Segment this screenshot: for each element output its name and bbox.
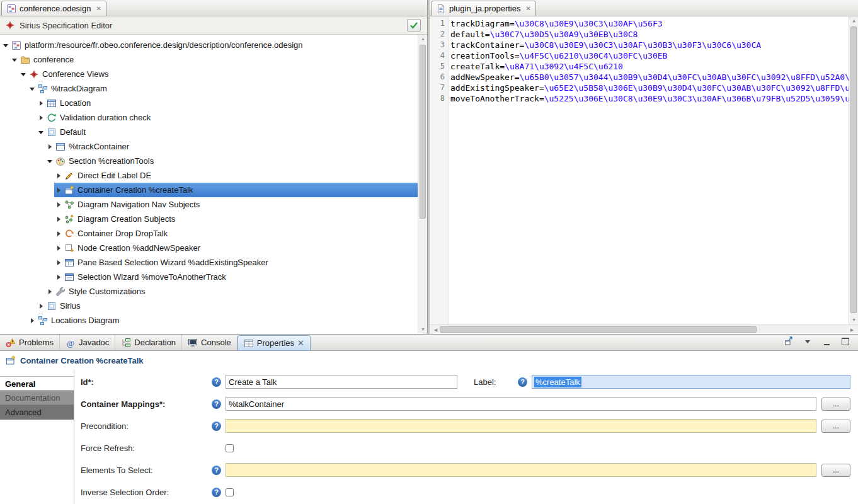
- collapse-arrow-icon[interactable]: [10, 55, 20, 65]
- id-input[interactable]: [226, 375, 457, 389]
- label-input[interactable]: %createTalk: [532, 375, 850, 389]
- expand-arrow-icon[interactable]: [54, 185, 64, 195]
- help-icon[interactable]: ?: [212, 466, 221, 475]
- scroll-up-icon[interactable]: ▲: [418, 35, 428, 43]
- expand-arrow-icon[interactable]: [45, 142, 55, 152]
- expand-arrow-icon[interactable]: [45, 287, 55, 297]
- scroll-down-icon[interactable]: ▼: [849, 316, 858, 324]
- tab-plugin-ja-properties[interactable]: plugin_ja.properties ✕: [431, 1, 536, 16]
- tree-item[interactable]: Style Customizations: [1, 284, 418, 299]
- tree-item[interactable]: Direct Edit Label DE: [1, 168, 418, 183]
- tree-item-content: Style Customizations: [45, 284, 418, 299]
- inverse-selection-order-checkbox[interactable]: [226, 488, 234, 496]
- editor-vscrollbar[interactable]: ▲ ▼: [849, 16, 858, 324]
- close-icon[interactable]: ✕: [96, 5, 101, 12]
- elements-to-select-browse-button[interactable]: ...: [821, 464, 850, 477]
- properties-editor-pane: plugin_ja.properties ✕ 12345678 trackDia…: [430, 0, 858, 334]
- close-icon[interactable]: ✕: [525, 5, 530, 12]
- tree-item[interactable]: Diagram Creation Subjects: [1, 212, 418, 226]
- tree-item[interactable]: Container Drop DropTalk: [1, 226, 418, 241]
- tab-console[interactable]: Console: [182, 335, 237, 350]
- tree-item[interactable]: Node Creation %addNewSpeaker: [1, 241, 418, 255]
- precondition-browse-button[interactable]: ...: [821, 420, 850, 433]
- tab-declaration[interactable]: Declaration: [115, 335, 182, 350]
- expand-arrow-icon[interactable]: [54, 214, 64, 224]
- tree-item-label: Section %creationTools: [69, 156, 154, 166]
- tab-conference-odesign[interactable]: conference.odesign ✕: [1, 1, 106, 16]
- properties-title: Container Creation %createTalk: [20, 356, 144, 365]
- code-area[interactable]: trackDiagram=\u30C8\u30E9\u30C3\u30AF\u5…: [450, 16, 849, 324]
- scroll-down-icon[interactable]: ▼: [418, 325, 428, 334]
- side-tab-general[interactable]: General: [0, 376, 74, 391]
- minimize-icon[interactable]: [821, 336, 832, 346]
- properties-body: GeneralDocumentationAdvanced Id*: ? Labe…: [0, 370, 858, 504]
- container-mappings-input[interactable]: [226, 397, 816, 411]
- tree-item[interactable]: Location: [1, 96, 418, 110]
- expand-arrow-icon[interactable]: [54, 171, 64, 181]
- svg-text:@: @: [67, 338, 74, 347]
- tree-item-content: Sirius: [37, 299, 418, 313]
- help-icon[interactable]: ?: [212, 488, 221, 497]
- expand-arrow-icon[interactable]: [54, 243, 64, 253]
- side-tab-documentation[interactable]: Documentation: [0, 391, 74, 405]
- detach-view-icon[interactable]: [784, 336, 794, 346]
- close-icon[interactable]: ✕: [297, 338, 304, 348]
- help-icon[interactable]: ?: [212, 399, 221, 409]
- tab-javadoc[interactable]: @Javadoc: [60, 335, 115, 350]
- tree-item[interactable]: Sirius: [1, 299, 418, 313]
- help-icon[interactable]: ?: [212, 377, 221, 387]
- scrollbar-thumb[interactable]: [440, 326, 757, 333]
- tab-properties[interactable]: Properties✕: [237, 335, 311, 351]
- tree-item[interactable]: %trackDiagram: [1, 81, 418, 96]
- tree-item[interactable]: Default: [1, 125, 418, 139]
- tree-item[interactable]: Conference Views: [1, 67, 418, 81]
- tab-problems[interactable]: Problems: [0, 335, 60, 350]
- tree-item[interactable]: %trackContainer: [1, 139, 418, 154]
- scroll-right-icon[interactable]: ▶: [847, 325, 857, 334]
- expand-arrow-icon[interactable]: [54, 229, 64, 239]
- expand-arrow-icon[interactable]: [37, 301, 47, 311]
- precondition-input[interactable]: [226, 419, 816, 433]
- help-icon[interactable]: ?: [518, 377, 527, 387]
- tree-item[interactable]: conference: [1, 52, 418, 67]
- collapse-arrow-icon[interactable]: [45, 156, 55, 166]
- tree-item[interactable]: Validation duration check: [1, 110, 418, 125]
- expand-arrow-icon[interactable]: [54, 258, 64, 268]
- expand-arrow-icon[interactable]: [54, 200, 64, 210]
- tree-item-content: Location: [37, 96, 418, 110]
- tree-scrollbar[interactable]: ▲ ▼: [418, 35, 427, 334]
- editor-hscrollbar[interactable]: ◀ ▶: [430, 324, 858, 334]
- expand-arrow-icon[interactable]: [54, 272, 64, 282]
- validate-button[interactable]: [407, 19, 421, 32]
- tree-item-label: Diagram Navigation Nav Subjects: [77, 200, 200, 209]
- scrollbar-thumb[interactable]: [420, 45, 426, 219]
- collapse-arrow-icon[interactable]: [19, 69, 29, 79]
- side-tab-advanced[interactable]: Advanced: [0, 405, 74, 420]
- scroll-up-icon[interactable]: ▲: [849, 16, 858, 25]
- tree-item[interactable]: Pane Based Selection Wizard %addExisting…: [1, 255, 418, 270]
- scroll-left-icon[interactable]: ◀: [431, 325, 440, 334]
- collapse-arrow-icon[interactable]: [37, 127, 47, 137]
- tree-item[interactable]: Diagram Navigation Nav Subjects: [1, 197, 418, 212]
- tree-item[interactable]: platform:/resource/fr.obeo.conference.de…: [1, 38, 418, 52]
- help-icon[interactable]: ?: [212, 421, 221, 431]
- container-mappings-browse-button[interactable]: ...: [821, 398, 850, 411]
- scrollbar-thumb[interactable]: [850, 26, 857, 313]
- view-menu-icon[interactable]: [803, 336, 813, 346]
- tree-item[interactable]: Locations Diagram: [1, 313, 418, 328]
- elements-to-select-input[interactable]: [226, 463, 816, 477]
- tree-item[interactable]: Section %creationTools: [1, 154, 418, 168]
- property-value: \u4F5C\u6210\u30C4\u30FC\u30EB: [520, 51, 668, 60]
- maximize-icon[interactable]: [840, 336, 850, 346]
- collapse-arrow-icon[interactable]: [28, 84, 38, 94]
- tree-item[interactable]: Container Creation %createTalk: [1, 183, 418, 197]
- declaration-icon: [121, 338, 131, 348]
- expand-arrow-icon[interactable]: [37, 98, 47, 108]
- expand-arrow-icon[interactable]: [28, 316, 38, 326]
- precondition-row: Precondition: ? ...: [81, 419, 858, 433]
- property-key: trackDiagram=: [450, 19, 515, 28]
- force-refresh-checkbox[interactable]: [226, 444, 234, 452]
- tree-item[interactable]: Selection Wizard %moveToAnotherTrack: [1, 270, 418, 284]
- expand-arrow-icon[interactable]: [37, 113, 47, 123]
- collapse-arrow-icon[interactable]: [1, 40, 11, 50]
